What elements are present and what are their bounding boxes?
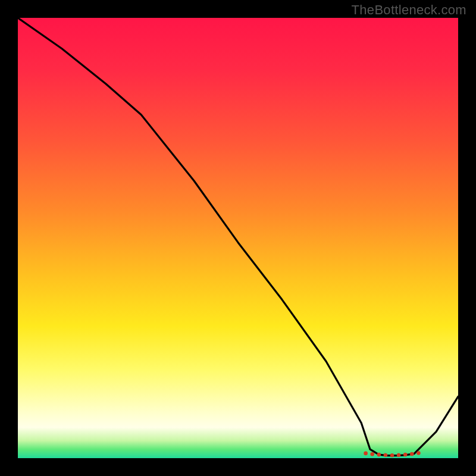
marker-dot xyxy=(384,453,388,458)
minimum-markers xyxy=(364,451,420,457)
chart-frame: TheBottleneck.com xyxy=(0,0,476,476)
marker-dot xyxy=(364,452,368,456)
marker-dot xyxy=(397,453,401,458)
plot-area xyxy=(18,18,458,458)
marker-dot xyxy=(410,452,414,456)
chart-svg xyxy=(18,18,458,458)
watermark-text: TheBottleneck.com xyxy=(352,2,466,18)
marker-dot xyxy=(403,453,408,457)
marker-dot xyxy=(370,452,374,456)
marker-dot xyxy=(416,451,421,455)
curve-line xyxy=(18,18,458,456)
marker-dot xyxy=(377,453,381,457)
marker-dot xyxy=(390,453,394,458)
